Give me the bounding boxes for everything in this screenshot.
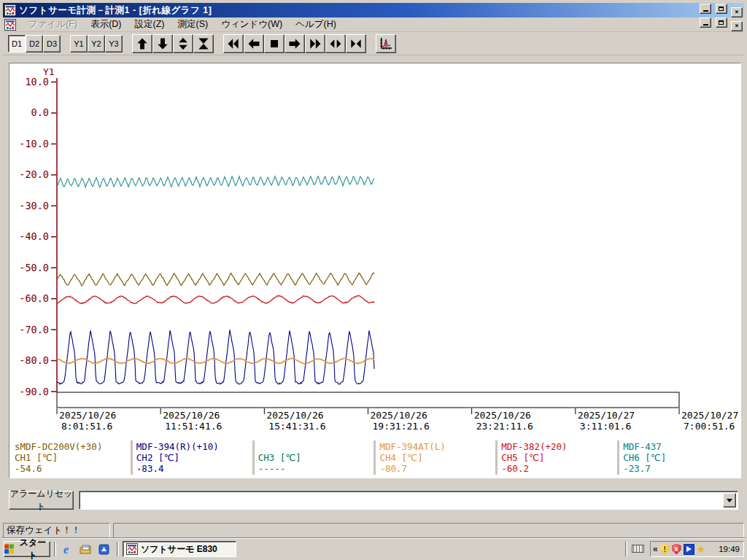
taskbar-separator: [54, 542, 56, 556]
series-ch1: [57, 273, 374, 286]
updates-star-icon[interactable]: ★: [697, 544, 706, 554]
legend-name: MDF-394AT(L): [379, 441, 492, 452]
restore-icon[interactable]: [716, 4, 727, 14]
y-tick-label: 0.0: [31, 106, 49, 118]
toolbar-step-left-button[interactable]: [244, 34, 264, 53]
x-tick-date: 2025/10/26: [59, 410, 116, 421]
status-bar: 保存ウェイト！！: [3, 521, 744, 540]
toolbar-scroll-up-button[interactable]: [132, 34, 152, 53]
alarm-reset-button[interactable]: アラームリセット: [9, 491, 74, 510]
toolbar-step-right-button[interactable]: [285, 34, 305, 53]
x-tick-time: 19:31:21.6: [373, 421, 430, 432]
tray-clock[interactable]: 19:49: [719, 545, 741, 553]
x-tick-time: 8:01:51.6: [61, 421, 112, 432]
window-title: ソフトサーモ計測－計測1 - [折れ線グラフ 1]: [19, 4, 699, 17]
toolbar-stop-button[interactable]: [264, 34, 285, 53]
toolbar-button-d3[interactable]: D3: [43, 35, 61, 52]
start-button[interactable]: スタート: [4, 541, 50, 557]
toolbar-button-d2[interactable]: D2: [26, 35, 43, 52]
time-range-box[interactable]: [57, 392, 679, 408]
menu-item-help[interactable]: ヘルプ(H): [289, 17, 343, 32]
legend-cell-ch2: MDF-394(R)(+10)CH2 [℃]-83.4: [133, 440, 252, 475]
child-close-icon[interactable]: ×: [731, 21, 743, 31]
toolbar-button-y1[interactable]: Y1: [70, 35, 88, 52]
chevron-down-icon: [727, 499, 732, 502]
legend-cell-ch6: MDF-437CH6 [℃]-23.7: [619, 440, 739, 475]
chart-icon: [379, 36, 393, 51]
legend-name: MDF-382(+20): [501, 441, 614, 452]
internet-explorer-icon[interactable]: e: [60, 543, 72, 556]
toolbar-fast-forward-button[interactable]: [305, 34, 325, 53]
taskbar-separator: [625, 542, 627, 556]
document-icon[interactable]: [4, 19, 16, 31]
system-tray: « ! × ★ 19:49: [650, 541, 744, 557]
legend-value: -80.7: [379, 463, 492, 474]
toolbar-button-d1[interactable]: D1: [8, 35, 26, 52]
x-tick-time: 11:51:41.6: [165, 421, 222, 432]
task-button-softthermo[interactable]: ソフトサーモ E830: [123, 541, 236, 557]
toolbar-scroll-down-button[interactable]: [152, 34, 173, 53]
security-error-shield-icon[interactable]: ×: [672, 544, 681, 555]
combo-dropdown-button[interactable]: [723, 493, 736, 508]
arrow-right-icon: [287, 36, 302, 51]
toolbar-expand-horizontal-button[interactable]: [325, 34, 346, 53]
child-restore-icon[interactable]: [716, 18, 727, 28]
toolbar-fast-rewind-button[interactable]: [223, 34, 244, 53]
toolbar-button-y3[interactable]: Y3: [105, 35, 123, 52]
toolbar-graph-settings-button[interactable]: [376, 34, 396, 53]
window-controls: ×: [699, 4, 743, 18]
legend-value: -----: [258, 463, 371, 474]
tray-chevron-icon[interactable]: «: [653, 544, 658, 554]
keyboard-layout-icon[interactable]: [632, 545, 644, 553]
child-window-controls: ×: [699, 18, 743, 31]
child-minimize-icon[interactable]: [700, 18, 711, 28]
menu-item-view[interactable]: 表示(D): [84, 17, 128, 32]
menu-item-window[interactable]: ウィンドウ(W): [214, 17, 289, 32]
menu-item-measure[interactable]: 測定(S): [171, 17, 214, 32]
menu-items: ファイル(F)表示(D)設定(Z)測定(S)ウィンドウ(W)ヘルプ(H): [22, 17, 699, 32]
status-text: 保存ウェイト！！: [7, 524, 80, 537]
double-right-icon: [308, 36, 322, 51]
hourglass-icon: [196, 36, 211, 51]
minimize-icon[interactable]: [700, 4, 711, 14]
x-tick-time: 15:41:31.6: [268, 421, 325, 432]
menu-item-setting[interactable]: 設定(Z): [128, 17, 171, 32]
alarm-combobox[interactable]: [79, 491, 738, 510]
menu-item-file[interactable]: ファイル(F): [22, 17, 84, 32]
x-tick-date: 2025/10/26: [266, 410, 323, 421]
legend-name: MDF-394(R)(+10): [136, 441, 249, 452]
line-chart: Y110.00.0-10.0-20.0-30.0-40.0-50.0-60.0-…: [9, 63, 740, 439]
toolbar-expand-vertical-button[interactable]: [173, 34, 193, 53]
menu-bar: ファイル(F)表示(D)設定(Z)測定(S)ウィンドウ(W)ヘルプ(H) ×: [3, 18, 744, 32]
legend-cell-ch1: sMDF-DC200V(+30)CH1 [℃]-54.6: [11, 440, 131, 475]
legend-channel: CH6 [℃]: [623, 452, 735, 463]
y-tick-label: -90.0: [19, 386, 49, 397]
legend-name: sMDF-DC200V(+30): [15, 441, 127, 452]
security-warning-shield-icon[interactable]: !: [660, 544, 670, 555]
outlook-icon[interactable]: [98, 543, 110, 556]
client-area: Y110.00.0-10.0-20.0-30.0-40.0-50.0-60.0-…: [3, 56, 744, 521]
x-tick-time: 23:21:11.6: [476, 421, 533, 432]
y-tick-label: -80.0: [19, 354, 49, 366]
media-player-icon[interactable]: [684, 544, 694, 555]
toolbar-compress-horizontal-button[interactable]: [346, 34, 366, 53]
toolbar-compress-vertical-button[interactable]: [193, 34, 214, 53]
legend-name: MDF-437: [623, 441, 735, 452]
toolbar-group: [376, 34, 396, 53]
legend-cell-ch5: MDF-382(+20)CH5 [℃]-60.2: [498, 440, 617, 475]
application-window: ソフトサーモ計測－計測1 - [折れ線グラフ 1] × ファイル(F)表示(D)…: [0, 0, 747, 560]
arrow-up-icon: [135, 36, 150, 51]
legend-channel: CH4 [℃]: [379, 452, 492, 463]
toolbar-group: Y1Y2Y3: [70, 35, 123, 52]
toolbar: D1D2D3Y1Y2Y3: [3, 32, 744, 55]
legend-channel: CH1 [℃]: [15, 452, 127, 463]
legend-value: -54.6: [15, 463, 127, 474]
y-tick-label: -60.0: [19, 292, 49, 304]
task-label: ソフトサーモ E830: [141, 543, 217, 556]
close-icon[interactable]: ×: [731, 7, 743, 18]
toolbar-button-y2[interactable]: Y2: [88, 35, 105, 52]
show-desktop-icon[interactable]: [79, 543, 91, 556]
toolbar-group: D1D2D3: [8, 35, 61, 52]
series-ch2: [57, 330, 374, 384]
y-tick-label: -10.0: [19, 138, 49, 149]
